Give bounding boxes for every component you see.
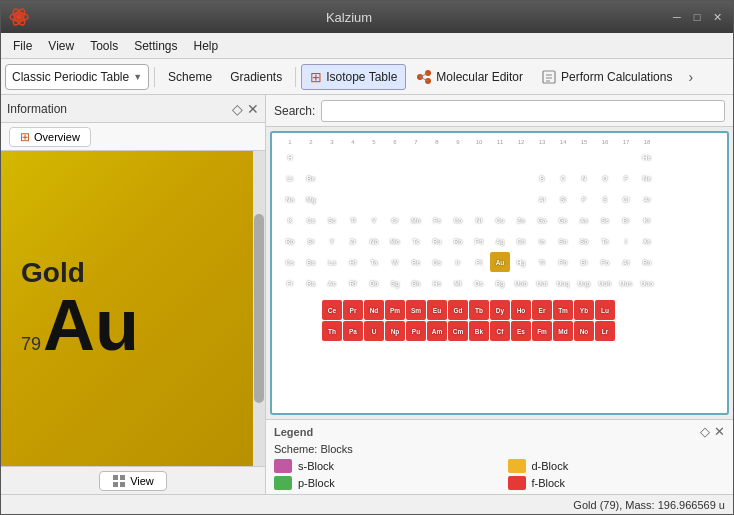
menu-view[interactable]: View: [40, 36, 82, 56]
element-cell-Uub-r7-c12[interactable]: Uub: [511, 273, 531, 293]
element-cell-Uuq-r7-c14[interactable]: Uuq: [553, 273, 573, 293]
element-cell-Nd[interactable]: Nd: [364, 300, 384, 320]
menu-file[interactable]: File: [5, 36, 40, 56]
element-cell-Eu[interactable]: Eu: [427, 300, 447, 320]
element-cell-As-r4-c15[interactable]: As: [574, 210, 594, 230]
element-cell-Nb-r5-c5[interactable]: Nb: [364, 231, 384, 251]
menu-help[interactable]: Help: [186, 36, 227, 56]
element-cell-V-r4-c5[interactable]: V: [364, 210, 384, 230]
element-cell-Mt-r7-c9[interactable]: Mt: [448, 273, 468, 293]
element-cell-C-r2-c14[interactable]: C: [553, 168, 573, 188]
element-cell-La-r6-c3[interactable]: La: [322, 252, 342, 272]
element-cell-Sr-r5-c2[interactable]: Sr: [301, 231, 321, 251]
element-cell-Cl-r3-c17[interactable]: Cl: [616, 189, 636, 209]
element-cell-Cs-r6-c1[interactable]: Cs: [280, 252, 300, 272]
element-cell-U[interactable]: U: [364, 321, 384, 341]
element-cell-Ta-r6-c5[interactable]: Ta: [364, 252, 384, 272]
element-cell-Br-r4-c17[interactable]: Br: [616, 210, 636, 230]
element-cell-Uuo-r7-c18[interactable]: Uuo: [637, 273, 657, 293]
element-cell-Ho[interactable]: Ho: [511, 300, 531, 320]
element-cell-Uut-r7-c13[interactable]: Uut: [532, 273, 552, 293]
element-cell-Os-r6-c8[interactable]: Os: [427, 252, 447, 272]
element-cell-Db-r7-c5[interactable]: Db: [364, 273, 384, 293]
element-cell-P-r3-c15[interactable]: P: [574, 189, 594, 209]
element-cell-Ti-r4-c4[interactable]: Ti: [343, 210, 363, 230]
element-cell-Sm[interactable]: Sm: [406, 300, 426, 320]
element-cell-Dy[interactable]: Dy: [490, 300, 510, 320]
element-cell-Al-r3-c13[interactable]: Al: [532, 189, 552, 209]
element-cell-Rb-r5-c1[interactable]: Rb: [280, 231, 300, 251]
maximize-button[interactable]: □: [689, 9, 705, 25]
element-cell-Yb[interactable]: Yb: [574, 300, 594, 320]
element-cell-Bi-r6-c15[interactable]: Bi: [574, 252, 594, 272]
element-cell-Bk[interactable]: Bk: [469, 321, 489, 341]
element-cell-Ag-r5-c11[interactable]: Ag: [490, 231, 510, 251]
scroll-thumb[interactable]: [254, 214, 264, 403]
element-cell-Fm[interactable]: Fm: [532, 321, 552, 341]
element-cell-B-r2-c13[interactable]: B: [532, 168, 552, 188]
element-cell-Hf-r6-c4[interactable]: Hf: [343, 252, 363, 272]
element-cell-Cd-r5-c12[interactable]: Cd: [511, 231, 531, 251]
element-cell-Ar-r3-c18[interactable]: Ar: [637, 189, 657, 209]
element-cell-Sb-r5-c15[interactable]: Sb: [574, 231, 594, 251]
element-cell-Uus-r7-c17[interactable]: Uus: [616, 273, 636, 293]
element-cell-No[interactable]: No: [574, 321, 594, 341]
element-cell-Kr-r4-c18[interactable]: Kr: [637, 210, 657, 230]
element-cell-Pr[interactable]: Pr: [343, 300, 363, 320]
element-cell-Rf-r7-c4[interactable]: Rf: [343, 273, 363, 293]
element-cell-Mo-r5-c6[interactable]: Mo: [385, 231, 405, 251]
element-cell-In-r5-c13[interactable]: In: [532, 231, 552, 251]
element-cell-I-r5-c17[interactable]: I: [616, 231, 636, 251]
element-cell-Lu[interactable]: Lu: [595, 300, 615, 320]
minimize-button[interactable]: ─: [669, 9, 685, 25]
overview-button[interactable]: ⊞ Overview: [9, 127, 91, 147]
element-cell-Bh-r7-c7[interactable]: Bh: [406, 273, 426, 293]
element-cell-Au-r6-c11[interactable]: Au: [490, 252, 510, 272]
element-cell-Fe-r4-c8[interactable]: Fe: [427, 210, 447, 230]
element-cell-Es[interactable]: Es: [511, 321, 531, 341]
element-cell-Zn-r4-c12[interactable]: Zn: [511, 210, 531, 230]
info-close-button[interactable]: ✕: [247, 101, 259, 117]
element-cell-Ca-r4-c2[interactable]: Ca: [301, 210, 321, 230]
element-cell-H-r1-c1[interactable]: H: [280, 147, 300, 167]
element-cell-Ba-r6-c2[interactable]: Ba: [301, 252, 321, 272]
element-cell-O-r2-c16[interactable]: O: [595, 168, 615, 188]
element-cell-Ds-r7-c10[interactable]: Ds: [469, 273, 489, 293]
element-cell-Ra-r7-c2[interactable]: Ra: [301, 273, 321, 293]
element-cell-Ce[interactable]: Ce: [322, 300, 342, 320]
element-cell-Tm[interactable]: Tm: [553, 300, 573, 320]
view-button[interactable]: View: [99, 471, 167, 491]
element-cell-Y-r5-c3[interactable]: Y: [322, 231, 342, 251]
element-cell-Cm[interactable]: Cm: [448, 321, 468, 341]
element-cell-Tl-r6-c13[interactable]: Tl: [532, 252, 552, 272]
element-cell-K-r4-c1[interactable]: K: [280, 210, 300, 230]
element-cell-Gd[interactable]: Gd: [448, 300, 468, 320]
element-cell-Re-r6-c7[interactable]: Re: [406, 252, 426, 272]
element-cell-Mn-r4-c7[interactable]: Mn: [406, 210, 426, 230]
legend-pin-button[interactable]: ◇: [700, 424, 710, 439]
element-cell-Am[interactable]: Am: [427, 321, 447, 341]
scroll-bar[interactable]: [253, 151, 265, 466]
element-cell-Tc-r5-c7[interactable]: Tc: [406, 231, 426, 251]
element-cell-Ru-r5-c8[interactable]: Ru: [427, 231, 447, 251]
element-cell-Uup-r7-c15[interactable]: Uup: [574, 273, 594, 293]
toolbar-more-button[interactable]: ›: [682, 66, 699, 88]
element-cell-Si-r3-c14[interactable]: Si: [553, 189, 573, 209]
element-cell-Md[interactable]: Md: [553, 321, 573, 341]
element-cell-Hs-r7-c8[interactable]: Hs: [427, 273, 447, 293]
isotope-table-button[interactable]: ⊞ Isotope Table: [301, 64, 406, 90]
element-cell-Ni-r4-c10[interactable]: Ni: [469, 210, 489, 230]
element-cell-Na-r3-c1[interactable]: Na: [280, 189, 300, 209]
periodic-table-dropdown[interactable]: Classic Periodic Table ▼: [5, 64, 149, 90]
legend-close-button[interactable]: ✕: [714, 424, 725, 439]
info-pin-button[interactable]: ◇: [232, 101, 243, 117]
element-cell-Te-r5-c16[interactable]: Te: [595, 231, 615, 251]
element-cell-Cu-r4-c11[interactable]: Cu: [490, 210, 510, 230]
menu-tools[interactable]: Tools: [82, 36, 126, 56]
element-cell-Rn-r6-c18[interactable]: Rn: [637, 252, 657, 272]
element-cell-At-r6-c17[interactable]: At: [616, 252, 636, 272]
element-cell-Zr-r5-c4[interactable]: Zr: [343, 231, 363, 251]
element-cell-Co-r4-c9[interactable]: Co: [448, 210, 468, 230]
element-cell-Pt-r6-c10[interactable]: Pt: [469, 252, 489, 272]
element-cell-Cf[interactable]: Cf: [490, 321, 510, 341]
